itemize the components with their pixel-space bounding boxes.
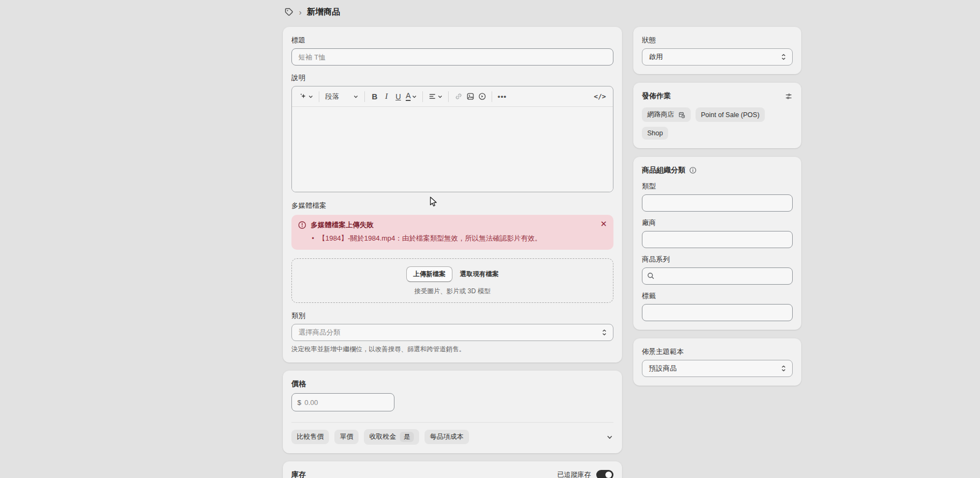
pricing-options-row: 比較售價 單價 收取稅金 是 每品項成本 bbox=[291, 422, 613, 445]
product-details-card: 標題 說明 段落 B I U bbox=[283, 27, 622, 363]
alignment-button[interactable] bbox=[427, 90, 444, 104]
more-options-icon[interactable]: ••• bbox=[496, 90, 508, 104]
calendar-clock-icon bbox=[678, 111, 685, 119]
toolbar-divider bbox=[448, 91, 449, 102]
toolbar-divider bbox=[422, 91, 423, 102]
theme-template-label: 佈景主題範本 bbox=[642, 347, 793, 357]
media-upload-error-banner: 多媒體檔案上傳失敗 ✕ • 【1984】-關於1984.mp4：由於檔案類型無效… bbox=[291, 215, 613, 250]
rich-text-editor: 段落 B I U A bbox=[291, 86, 613, 192]
sales-channels: 網路商店 Point of Sale (POS) Shop bbox=[642, 107, 793, 140]
category-label: 類別 bbox=[291, 311, 613, 321]
charge-tax-pill[interactable]: 收取稅金 是 bbox=[364, 429, 419, 445]
main-column: 標題 說明 段落 B I U bbox=[283, 27, 622, 478]
italic-button[interactable]: I bbox=[381, 90, 392, 104]
bullet-point: • bbox=[312, 235, 314, 242]
pricing-card: 價格 $ 比較售價 單價 收取稅金 是 每品項成本 bbox=[283, 371, 622, 453]
category-select-value: 選擇商品分類 bbox=[298, 328, 340, 337]
type-input[interactable] bbox=[642, 194, 793, 212]
ai-magic-icon[interactable] bbox=[297, 90, 315, 104]
track-inventory-toggle[interactable] bbox=[596, 470, 613, 478]
track-inventory-label: 已追蹤庫存 bbox=[558, 470, 591, 478]
status-select-value: 啟用 bbox=[649, 52, 663, 62]
page-title: 新增商品 bbox=[307, 6, 340, 18]
chevron-down-icon bbox=[412, 94, 417, 99]
dropzone-hint: 接受圖片、影片或 3D 模型 bbox=[297, 287, 608, 296]
status-select[interactable]: 啟用 bbox=[642, 48, 793, 66]
charge-tax-label: 收取稅金 bbox=[369, 432, 396, 441]
text-color-glyph: A bbox=[406, 92, 411, 101]
publishing-card: 發佈作業 網路商店 bbox=[633, 83, 801, 148]
theme-template-card: 佈景主題範本 預設商品 bbox=[633, 338, 801, 386]
charge-tax-value: 是 bbox=[400, 432, 414, 442]
select-stepper-icon bbox=[780, 53, 787, 61]
adjust-settings-icon[interactable] bbox=[785, 92, 793, 100]
collections-search-input[interactable] bbox=[642, 267, 793, 285]
price-input[interactable] bbox=[304, 399, 389, 407]
channel-label: 網路商店 bbox=[647, 110, 674, 119]
channel-online-store-pill[interactable]: 網路商店 bbox=[642, 107, 691, 122]
error-title: 多媒體檔案上傳失敗 bbox=[311, 220, 374, 230]
paragraph-style-select[interactable]: 段落 bbox=[323, 92, 361, 102]
status-card: 狀態 啟用 bbox=[633, 27, 801, 74]
chevron-down-icon bbox=[437, 94, 443, 99]
tags-label: 標籤 bbox=[642, 291, 793, 301]
description-textarea[interactable] bbox=[292, 107, 613, 192]
breadcrumb-chevron-icon: › bbox=[299, 8, 302, 16]
theme-template-select[interactable]: 預設商品 bbox=[642, 360, 793, 377]
vendor-label: 廠商 bbox=[642, 218, 793, 228]
info-icon[interactable] bbox=[689, 166, 697, 174]
chevron-down-icon bbox=[353, 94, 359, 99]
sidebar-column: 狀態 啟用 發佈作業 網路商店 bbox=[633, 27, 801, 386]
currency-prefix: $ bbox=[297, 399, 301, 407]
channel-shop-pill[interactable]: Shop bbox=[642, 127, 668, 140]
type-label: 類型 bbox=[642, 182, 793, 191]
category-select[interactable]: 選擇商品分類 bbox=[291, 324, 613, 341]
price-field[interactable]: $ bbox=[291, 393, 394, 411]
publishing-heading: 發佈作業 bbox=[642, 91, 671, 101]
editor-toolbar: 段落 B I U A bbox=[292, 86, 613, 107]
upload-new-file-button[interactable]: 上傳新檔案 bbox=[406, 266, 452, 282]
theme-template-value: 預設商品 bbox=[649, 364, 677, 373]
breadcrumb: › 新增商品 bbox=[284, 6, 340, 18]
inventory-card: 庫存 已追蹤庫存 bbox=[283, 461, 622, 478]
channel-label: Point of Sale (POS) bbox=[701, 111, 759, 119]
description-label: 說明 bbox=[291, 73, 613, 83]
insert-image-icon[interactable] bbox=[464, 90, 476, 104]
organization-card: 商品組織分類 類型 廠商 商品系列 標籤 bbox=[633, 157, 801, 330]
unit-price-pill[interactable]: 單價 bbox=[334, 430, 359, 444]
inventory-heading: 庫存 bbox=[291, 470, 306, 478]
collections-label: 商品系列 bbox=[642, 255, 793, 264]
paragraph-style-label: 段落 bbox=[325, 92, 339, 102]
toolbar-divider bbox=[492, 91, 492, 102]
text-color-button[interactable]: A bbox=[404, 90, 419, 104]
select-existing-file-button[interactable]: 選取現有檔案 bbox=[460, 270, 499, 279]
underline-button[interactable]: U bbox=[392, 90, 404, 104]
media-label: 多媒體檔案 bbox=[291, 201, 613, 211]
toolbar-divider bbox=[364, 91, 365, 102]
media-dropzone[interactable]: 上傳新檔案 選取現有檔案 接受圖片、影片或 3D 模型 bbox=[291, 258, 613, 303]
tags-input[interactable] bbox=[642, 304, 793, 321]
bold-button[interactable]: B bbox=[369, 90, 381, 104]
cost-per-item-pill[interactable]: 每品項成本 bbox=[425, 430, 469, 444]
pricing-heading: 價格 bbox=[291, 379, 613, 389]
status-label: 狀態 bbox=[642, 35, 793, 45]
insert-video-icon[interactable] bbox=[476, 90, 488, 104]
code-view-icon[interactable]: </> bbox=[592, 90, 608, 104]
tag-icon[interactable] bbox=[284, 8, 294, 17]
title-input[interactable] bbox=[291, 48, 613, 66]
link-icon[interactable] bbox=[452, 90, 464, 104]
chevron-down-icon[interactable] bbox=[606, 433, 613, 441]
select-stepper-icon bbox=[780, 365, 787, 372]
alert-circle-icon bbox=[298, 221, 306, 229]
title-label: 標題 bbox=[291, 35, 613, 45]
compare-at-price-pill[interactable]: 比較售價 bbox=[291, 430, 329, 444]
channel-pos-pill[interactable]: Point of Sale (POS) bbox=[696, 107, 765, 122]
toolbar-divider bbox=[319, 91, 319, 102]
error-detail-text: 【1984】-關於1984.mp4：由於檔案類型無效，所以無法確認影片有效。 bbox=[318, 234, 542, 243]
organization-heading: 商品組織分類 bbox=[642, 165, 685, 175]
close-icon[interactable]: ✕ bbox=[600, 220, 607, 228]
vendor-input[interactable] bbox=[642, 231, 793, 248]
select-stepper-icon bbox=[601, 329, 608, 336]
category-helper-text: 決定稅率並新增中繼欄位，以改善搜尋、篩選和跨管道銷售。 bbox=[291, 345, 613, 354]
channel-label: Shop bbox=[647, 129, 663, 137]
